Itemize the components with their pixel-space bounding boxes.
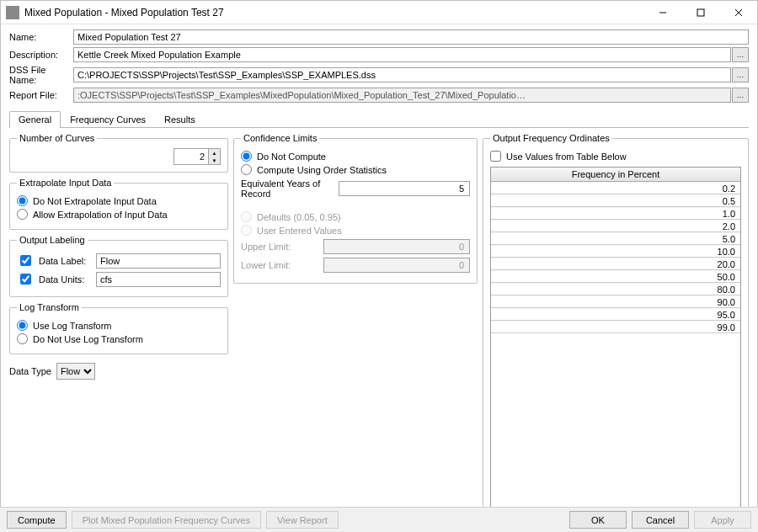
minimize-button[interactable] <box>643 1 681 24</box>
use-log-transform-label: Use Log Transform <box>33 321 112 331</box>
output-labeling-legend: Output Labeling <box>17 235 88 245</box>
frequency-cell[interactable]: 20.0 <box>491 258 740 270</box>
user-entered-label: User Entered Values <box>257 226 342 236</box>
defaults-label: Defaults (0.05, 0.95) <box>257 212 341 222</box>
equivalent-years-label: Equivalent Years of Record <box>241 178 334 199</box>
confidence-limits-group: Confidence Limits Do Not Compute Compute… <box>233 133 478 284</box>
tab-frequency-curves[interactable]: Frequency Curves <box>61 111 155 128</box>
svg-rect-1 <box>697 9 704 16</box>
frequency-table[interactable]: Frequency in Percent 0.20.51.02.05.010.0… <box>490 167 741 508</box>
data-label-checkbox[interactable] <box>20 255 31 266</box>
extrapolate-legend: Extrapolate Input Data <box>17 178 114 188</box>
tab-results[interactable]: Results <box>155 111 205 128</box>
plot-button: Plot Mixed Population Frequency Curves <box>72 511 261 529</box>
window-title: Mixed Population - Mixed Population Test… <box>24 7 643 19</box>
data-type-select[interactable]: Flow <box>56 363 95 380</box>
description-label: Description: <box>9 50 73 60</box>
use-values-table-checkbox[interactable] <box>490 151 501 162</box>
equivalent-years-field[interactable] <box>339 181 470 196</box>
spinner-down-icon[interactable]: ▼ <box>209 157 220 164</box>
frequency-cell[interactable]: 10.0 <box>491 245 740 258</box>
compute-order-stats-label: Compute Using Order Statistics <box>257 165 387 175</box>
close-button[interactable] <box>719 1 757 24</box>
tab-general[interactable]: General <box>9 111 61 128</box>
frequency-cell[interactable]: 50.0 <box>491 270 740 283</box>
use-values-table-label: Use Values from Table Below <box>506 152 627 162</box>
confidence-limits-legend: Confidence Limits <box>241 133 319 143</box>
dss-file-label: DSS File Name: <box>9 65 73 85</box>
number-of-curves-legend: Number of Curves <box>17 133 97 143</box>
view-report-button: View Report <box>266 511 339 529</box>
frequency-cell[interactable]: 80.0 <box>491 283 740 295</box>
name-label: Name: <box>9 32 73 42</box>
upper-limit-label: Upper Limit: <box>241 242 318 252</box>
no-log-transform-radio[interactable] <box>17 333 28 344</box>
data-units-checkbox[interactable] <box>20 274 31 285</box>
allow-extrapolation-label: Allow Extrapolation of Input Data <box>33 210 168 220</box>
lower-limit-field <box>323 258 470 273</box>
lower-limit-label: Lower Limit: <box>241 260 318 270</box>
compute-order-stats-radio[interactable] <box>241 164 252 175</box>
extrapolate-group: Extrapolate Input Data Do Not Extrapolat… <box>9 178 228 230</box>
do-not-compute-radio[interactable] <box>241 151 252 162</box>
no-log-transform-label: Do Not Use Log Transform <box>33 334 143 344</box>
report-file-browse-button[interactable]: … <box>732 88 749 103</box>
output-labeling-group: Output Labeling Data Label: Data Units: <box>9 235 228 297</box>
app-icon <box>6 6 19 19</box>
data-units-label: Data Units: <box>39 274 91 285</box>
compute-button[interactable]: Compute <box>7 511 67 529</box>
name-field[interactable] <box>73 29 749 45</box>
frequency-cell[interactable]: 1.0 <box>491 207 740 220</box>
do-not-extrapolate-radio[interactable] <box>17 195 28 206</box>
frequency-cell[interactable]: 99.0 <box>491 321 740 333</box>
frequency-cell[interactable]: 90.0 <box>491 295 740 308</box>
frequency-cell[interactable]: 0.2 <box>491 182 740 194</box>
data-label-label: Data Label: <box>39 256 91 266</box>
frequency-cell[interactable]: 95.0 <box>491 308 740 321</box>
data-type-label: Data Type <box>9 366 51 376</box>
maximize-button[interactable] <box>681 1 719 24</box>
frequency-table-header: Frequency in Percent <box>491 168 740 182</box>
frequency-cell[interactable]: 0.5 <box>491 194 740 207</box>
spinner-up-icon[interactable]: ▲ <box>209 149 220 157</box>
apply-button: Apply <box>694 511 751 529</box>
description-field[interactable] <box>73 47 731 62</box>
report-file-label: Report File: <box>9 90 73 100</box>
dss-file-browse-button[interactable]: … <box>732 67 749 82</box>
dss-file-field[interactable] <box>73 67 731 82</box>
data-units-field[interactable] <box>96 272 221 287</box>
ok-button[interactable]: OK <box>569 511 627 529</box>
frequency-cell[interactable]: 5.0 <box>491 232 740 245</box>
number-of-curves-group: Number of Curves ▲ ▼ <box>9 133 228 173</box>
report-file-field[interactable] <box>73 88 731 103</box>
allow-extrapolation-radio[interactable] <box>17 209 28 220</box>
defaults-radio <box>241 211 252 222</box>
log-transform-group: Log Transform Use Log Transform Do Not U… <box>9 302 228 354</box>
use-log-transform-radio[interactable] <box>17 320 28 331</box>
do-not-compute-label: Do Not Compute <box>257 152 326 162</box>
number-of-curves-spinner[interactable]: ▲ ▼ <box>173 148 221 165</box>
data-label-field[interactable] <box>96 253 221 269</box>
number-of-curves-input[interactable] <box>174 149 208 164</box>
log-transform-legend: Log Transform <box>17 302 82 312</box>
output-frequency-ordinates-group: Output Frequency Ordinates Use Values fr… <box>483 133 749 515</box>
user-entered-radio <box>241 225 252 236</box>
output-frequency-ordinates-legend: Output Frequency Ordinates <box>490 133 612 143</box>
upper-limit-field <box>323 239 470 254</box>
do-not-extrapolate-label: Do Not Extrapolate Input Data <box>33 196 157 206</box>
frequency-cell[interactable]: 2.0 <box>491 220 740 232</box>
cancel-button[interactable]: Cancel <box>632 511 689 529</box>
description-browse-button[interactable]: … <box>732 47 749 62</box>
